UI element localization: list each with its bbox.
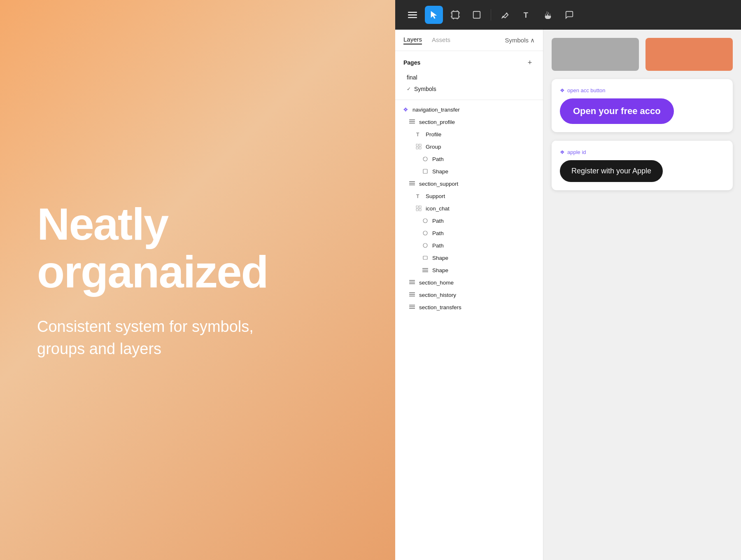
path-icon-1 bbox=[422, 155, 429, 163]
open-acc-section: ❖ open acc button Open your free acco bbox=[552, 79, 733, 132]
toolbar: T bbox=[395, 0, 741, 30]
tab-layers[interactable]: Layers bbox=[403, 36, 422, 44]
layer-label: section_support bbox=[419, 181, 458, 187]
page-label-symbols: Symbols bbox=[414, 86, 436, 92]
diamond-icon-2: ❖ bbox=[560, 149, 565, 155]
layer-path-3[interactable]: Path bbox=[395, 227, 543, 239]
add-page-button[interactable]: + bbox=[525, 58, 535, 68]
svg-rect-38 bbox=[423, 256, 427, 259]
layer-label: icon_chat bbox=[426, 205, 450, 212]
svg-point-37 bbox=[423, 243, 427, 247]
pages-section: Pages + final ✓ Symbols bbox=[395, 51, 543, 100]
diamond-icon-1: ❖ bbox=[560, 87, 565, 93]
layer-group[interactable]: Group bbox=[395, 140, 543, 153]
page-item-final[interactable]: final bbox=[403, 72, 535, 83]
frame-tool-button[interactable] bbox=[446, 6, 464, 24]
layer-navigation-transfer[interactable]: ❖ navigation_transfer bbox=[395, 103, 543, 116]
tab-symbols[interactable]: Symbols ∧ bbox=[505, 37, 535, 44]
layer-label: Shape bbox=[432, 168, 448, 175]
layer-path-4[interactable]: Path bbox=[395, 239, 543, 252]
svg-rect-34 bbox=[419, 209, 421, 211]
svg-rect-21 bbox=[419, 144, 421, 146]
tab-assets[interactable]: Assets bbox=[432, 36, 450, 44]
text-tool-button[interactable]: T bbox=[517, 6, 536, 24]
svg-point-36 bbox=[423, 231, 427, 235]
design-tool-panel: T Layers Assets Symbols ∧ Pag bbox=[395, 0, 741, 560]
svg-rect-40 bbox=[422, 270, 428, 271]
text-icon: T bbox=[415, 131, 422, 138]
layer-section-profile[interactable]: section_profile bbox=[395, 116, 543, 128]
svg-rect-4 bbox=[452, 12, 459, 19]
svg-rect-41 bbox=[422, 271, 428, 272]
page-label-final: final bbox=[407, 74, 417, 81]
layer-shape-1[interactable]: Shape bbox=[395, 165, 543, 177]
hand-tool-button[interactable] bbox=[539, 6, 557, 24]
top-image-placeholders bbox=[552, 38, 733, 71]
shape-icon-1 bbox=[422, 168, 429, 175]
open-acc-button[interactable]: Open your free acco bbox=[560, 98, 674, 124]
toolbar-separator-1 bbox=[491, 9, 491, 21]
layer-icon-chat[interactable]: icon_chat bbox=[395, 202, 543, 215]
apple-id-section: ❖ apple id Register with your Apple bbox=[552, 140, 733, 190]
layer-section-transfers[interactable]: section_transfers bbox=[395, 301, 543, 313]
group-icon-2 bbox=[415, 205, 422, 212]
panel-tabs: Layers Assets Symbols ∧ bbox=[395, 30, 543, 51]
svg-rect-42 bbox=[409, 280, 415, 281]
svg-rect-29 bbox=[409, 184, 415, 185]
sub-heading: Consistent system for symbols, groups an… bbox=[37, 316, 284, 359]
svg-rect-32 bbox=[419, 206, 421, 208]
stack-icon-3 bbox=[422, 266, 429, 274]
path-icon-3 bbox=[422, 229, 429, 237]
layer-label: section_transfers bbox=[419, 304, 461, 310]
svg-rect-43 bbox=[409, 282, 415, 282]
svg-rect-16 bbox=[409, 119, 415, 120]
pen-tool-button[interactable] bbox=[496, 6, 514, 24]
svg-rect-45 bbox=[409, 292, 415, 293]
group-icon bbox=[415, 143, 422, 150]
layer-label: Path bbox=[432, 243, 444, 249]
svg-rect-22 bbox=[416, 147, 418, 149]
layer-shape-2[interactable]: Shape bbox=[395, 252, 543, 264]
svg-line-25 bbox=[424, 157, 424, 158]
layer-label: section_history bbox=[419, 292, 456, 298]
layer-support-text[interactable]: T Support bbox=[395, 190, 543, 202]
svg-rect-33 bbox=[416, 209, 418, 211]
svg-rect-26 bbox=[423, 169, 427, 173]
page-check-symbols: ✓ bbox=[407, 86, 411, 92]
stack-icon-5 bbox=[408, 291, 416, 299]
svg-rect-2 bbox=[408, 17, 417, 18]
layers-panel: Layers Assets Symbols ∧ Pages + final ✓ bbox=[395, 30, 543, 560]
svg-rect-31 bbox=[416, 206, 418, 208]
comment-tool-button[interactable] bbox=[560, 6, 578, 24]
svg-rect-1 bbox=[408, 14, 417, 15]
svg-point-35 bbox=[423, 219, 427, 223]
pages-header: Pages + bbox=[403, 58, 535, 68]
layer-section-support[interactable]: section_support bbox=[395, 177, 543, 190]
layer-label: Shape bbox=[432, 267, 448, 273]
layer-label: section_home bbox=[419, 280, 454, 286]
shape-tool-button[interactable] bbox=[468, 6, 486, 24]
layer-path-1[interactable]: Path bbox=[395, 153, 543, 165]
layer-shape-3[interactable]: Shape bbox=[395, 264, 543, 276]
layer-label: Profile bbox=[426, 131, 441, 138]
main-content: Layers Assets Symbols ∧ Pages + final ✓ bbox=[395, 30, 741, 560]
svg-rect-46 bbox=[409, 294, 415, 295]
svg-rect-23 bbox=[419, 147, 421, 149]
menu-button[interactable] bbox=[403, 6, 422, 24]
layer-label: navigation_transfer bbox=[412, 107, 460, 113]
layer-section-home[interactable]: section_home bbox=[395, 276, 543, 289]
svg-text:T: T bbox=[524, 11, 528, 19]
canvas-area: ❖ open acc button Open your free acco ❖ … bbox=[543, 30, 741, 560]
stack-icon-6 bbox=[408, 303, 416, 311]
layer-label: Path bbox=[432, 218, 444, 224]
apple-id-button[interactable]: Register with your Apple bbox=[560, 160, 663, 182]
select-tool-button[interactable] bbox=[425, 6, 443, 24]
svg-rect-50 bbox=[409, 308, 415, 309]
svg-rect-48 bbox=[409, 305, 415, 306]
layer-path-2[interactable]: Path bbox=[395, 215, 543, 227]
layer-section-history[interactable]: section_history bbox=[395, 289, 543, 301]
layer-profile-text[interactable]: T Profile bbox=[395, 128, 543, 140]
apple-id-label: ❖ apple id bbox=[560, 149, 725, 155]
svg-rect-18 bbox=[409, 123, 415, 124]
page-item-symbols[interactable]: ✓ Symbols bbox=[403, 83, 535, 95]
